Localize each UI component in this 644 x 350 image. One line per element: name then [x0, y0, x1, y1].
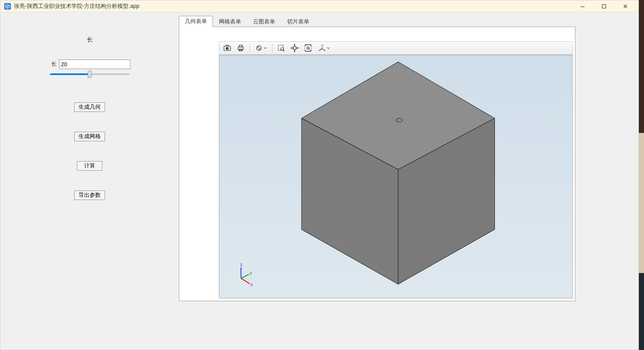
axis-x-label: x — [251, 282, 253, 287]
camera-icon[interactable] — [221, 42, 234, 54]
length-label: 长 — [49, 61, 57, 68]
zoom-box-icon[interactable] — [275, 42, 288, 54]
viewport-3d[interactable]: z y x — [219, 55, 573, 298]
app-icon — [4, 2, 12, 10]
chevron-down-icon — [264, 46, 267, 50]
desktop-edge — [639, 0, 644, 350]
cube-model: z y x — [219, 55, 572, 298]
svg-line-14 — [284, 50, 285, 52]
toolbar-separator — [249, 43, 250, 53]
reset-dropdown-icon[interactable] — [252, 42, 270, 54]
svg-line-20 — [319, 49, 322, 51]
svg-line-17 — [309, 49, 310, 50]
generate-mesh-button[interactable]: 生成网格 — [74, 132, 105, 141]
length-slider-wrap — [0, 70, 179, 79]
svg-text:y: y — [322, 44, 324, 46]
main-area: 几何表单 网格表单 云图表单 切片表单 — [179, 12, 638, 350]
axes-dropdown-icon[interactable]: y x — [315, 42, 333, 54]
close-button[interactable] — [619, 2, 631, 10]
svg-line-11 — [257, 46, 261, 50]
axis-y-label: y — [250, 270, 252, 275]
export-params-button[interactable]: 导出参数 — [74, 190, 105, 200]
minimize-button[interactable] — [577, 2, 588, 10]
window-controls — [577, 2, 631, 10]
tab-panel-geometry: y x — [179, 27, 575, 301]
svg-rect-15 — [293, 46, 296, 49]
print-icon[interactable] — [234, 42, 247, 54]
sidebar: 长 长 生成几何 生成网格 计算 导出参数 — [0, 12, 179, 350]
tabs: 几何表单 网格表单 云图表单 切片表单 — [179, 16, 638, 27]
svg-text:x: x — [324, 49, 326, 52]
svg-line-28 — [241, 274, 249, 278]
length-slider[interactable] — [50, 71, 129, 78]
viewer-toolbar: y x — [219, 41, 573, 55]
zoom-extents-icon[interactable] — [302, 42, 314, 54]
axis-z-label: z — [240, 262, 243, 267]
pan-icon[interactable] — [288, 42, 301, 54]
svg-rect-8 — [239, 45, 242, 47]
window-title: 张亮-陕西工业职业技术学院-方庄结构分析模型.app — [14, 3, 577, 10]
svg-point-16 — [307, 47, 309, 49]
body-area: 长 长 生成几何 生成网格 计算 导出参数 几何表单 网格表单 云图表单 切片表… — [0, 12, 638, 350]
tab-mesh[interactable]: 网格表单 — [213, 16, 247, 27]
svg-line-29 — [241, 278, 250, 284]
generate-geometry-button[interactable]: 生成几何 — [74, 102, 105, 112]
toolbar-separator — [272, 43, 272, 53]
tab-geometry[interactable]: 几何表单 — [179, 16, 213, 27]
svg-rect-7 — [238, 47, 243, 50]
length-field-row: 长 — [0, 60, 179, 69]
svg-rect-2 — [602, 4, 606, 8]
maximize-button[interactable] — [598, 2, 610, 10]
chevron-down-icon — [327, 46, 330, 50]
titlebar: 张亮-陕西工业职业技术学院-方庄结构分析模型.app — [0, 0, 638, 12]
tab-slice[interactable]: 切片表单 — [281, 16, 315, 27]
button-column: 生成几何 生成网格 计算 导出参数 — [0, 102, 179, 200]
length-input[interactable] — [59, 60, 130, 69]
section-title: 长 — [0, 36, 179, 44]
tab-cloud[interactable]: 云图表单 — [247, 16, 281, 27]
svg-point-6 — [226, 47, 228, 50]
app-window: 张亮-陕西工业职业技术学院-方庄结构分析模型.app 长 长 — [0, 0, 639, 350]
compute-button[interactable]: 计算 — [77, 161, 102, 171]
